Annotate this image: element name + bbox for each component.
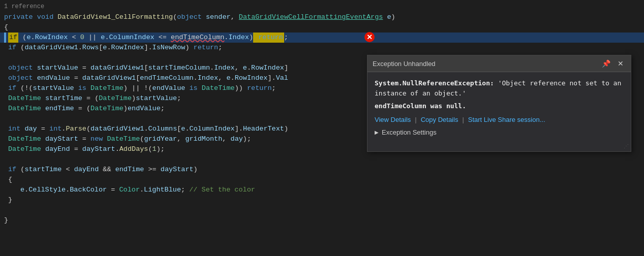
- code-line-open-brace2: {: [0, 175, 644, 185]
- pipe-sep-1: |: [415, 116, 416, 123]
- code-line-blank4: [0, 205, 644, 215]
- keyword-private: private: [4, 12, 33, 22]
- code-line-blank3: [0, 154, 644, 165]
- pipe-sep-2: |: [462, 116, 464, 123]
- null-var-name: endTimeColumn: [375, 102, 426, 110]
- pin-button[interactable]: 📌: [600, 58, 612, 69]
- exception-settings-label: Exception Settings: [382, 129, 437, 136]
- code-line-open-brace: {: [0, 22, 644, 33]
- popup-header-icons: 📌 ✕: [600, 58, 626, 69]
- code-line-close-brace2: }: [0, 195, 644, 205]
- code-line-if-highlighted: if (e.RowIndex < 0 || e.ColumnIndex <= e…: [0, 33, 644, 43]
- code-line-cellstyle: e.CellStyle.BackColor = Color.LightBlue;…: [0, 185, 644, 195]
- popup-title: Exception Unhandled: [373, 60, 436, 68]
- reference-line: 1 reference: [0, 0, 644, 12]
- exception-type: System.NullReferenceException: 'Object r…: [375, 78, 624, 98]
- svg-text:✕: ✕: [366, 33, 373, 41]
- popup-footer: ⋰: [367, 142, 631, 151]
- highlight-return: return: [253, 33, 284, 43]
- code-line-if4: if (startTime < dayEnd && endTime >= day…: [0, 165, 644, 175]
- popup-header: Exception Unhandled 📌 ✕: [367, 55, 631, 72]
- copy-details-link[interactable]: Copy Details: [421, 116, 458, 123]
- exception-type-name: System.NullReferenceException:: [375, 79, 494, 87]
- resize-icon: ⋰: [624, 143, 629, 149]
- live-share-link[interactable]: Start Live Share session...: [468, 116, 545, 123]
- exception-popup: Exception Unhandled 📌 ✕ System.NullRefer…: [367, 55, 631, 152]
- keyword-void: void: [37, 12, 53, 22]
- exception-settings[interactable]: ▶ Exception Settings: [375, 129, 624, 136]
- view-details-link[interactable]: View Details: [375, 116, 411, 123]
- method-name: DataGridView1_CellFormatting: [57, 12, 173, 22]
- triangle-icon: ▶: [375, 130, 379, 135]
- event-args-link[interactable]: DataGridViewCellFormattingEventArgs: [239, 12, 383, 22]
- error-squiggle-var: endTimeColumn: [171, 33, 224, 43]
- popup-links: View Details | Copy Details | Start Live…: [375, 116, 624, 123]
- error-icon: ✕: [364, 31, 375, 43]
- popup-body: System.NullReferenceException: 'Object r…: [367, 72, 631, 142]
- null-var-message: endTimeColumn was null.: [375, 102, 624, 110]
- code-line-if2: if (dataGridView1.Rows[e.RowIndex].IsNew…: [0, 43, 644, 53]
- code-line-close-brace3: }: [0, 215, 644, 226]
- null-var-rest: was null.: [426, 102, 466, 110]
- highlight-if: if: [8, 33, 18, 43]
- close-button[interactable]: ✕: [616, 58, 626, 69]
- code-line-signature: private void DataGridView1_CellFormattin…: [0, 12, 644, 22]
